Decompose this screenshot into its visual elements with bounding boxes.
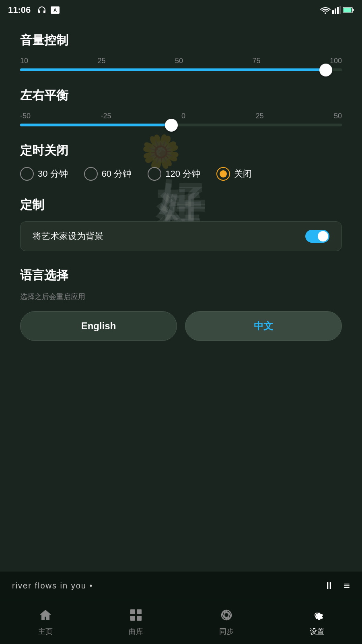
timer-option-120[interactable]: 120 分钟: [148, 167, 200, 181]
home-icon: [38, 608, 53, 624]
volume-labels: 10 25 50 75 100: [20, 57, 342, 65]
volume-title: 音量控制: [20, 32, 342, 49]
svg-rect-12: [130, 616, 135, 621]
artist-bg-label: 将艺术家设为背景: [33, 230, 103, 242]
sync-icon: [219, 608, 234, 624]
svg-rect-13: [137, 616, 142, 621]
battery-icon: [343, 6, 354, 14]
now-playing-text: river flows in you •: [12, 581, 93, 590]
nav-library[interactable]: 曲库: [129, 608, 143, 636]
radio-inner-off: [220, 170, 227, 178]
nav-home-label: 主页: [38, 627, 53, 636]
radio-circle-60: [84, 167, 98, 181]
language-buttons: English 中文: [20, 311, 342, 341]
svg-point-15: [224, 613, 229, 617]
wifi-icon: [320, 6, 331, 14]
timer-option-60[interactable]: 60 分钟: [84, 167, 132, 181]
balance-slider[interactable]: [20, 124, 342, 126]
timer-title: 定时关闭: [20, 142, 342, 159]
chinese-button[interactable]: 中文: [185, 311, 342, 341]
artist-bg-toggle[interactable]: [305, 230, 329, 243]
language-subtitle: 选择之后会重启应用: [20, 292, 342, 301]
svg-rect-10: [130, 609, 135, 614]
svg-point-2: [325, 12, 326, 14]
radio-label-30: 30 分钟: [38, 168, 68, 180]
timer-option-30[interactable]: 30 分钟: [20, 167, 68, 181]
text-icon: A: [51, 6, 60, 14]
pause-button[interactable]: ⏸: [324, 580, 334, 592]
nav-settings-label: 设置: [310, 627, 324, 636]
toggle-knob: [318, 231, 328, 242]
svg-rect-8: [343, 8, 352, 12]
nav-settings[interactable]: 设置: [310, 608, 324, 636]
timer-section: 定时关闭 30 分钟 60 分钟 120 分钟 关闭: [20, 142, 342, 181]
svg-rect-5: [337, 7, 339, 14]
volume-slider[interactable]: [20, 68, 342, 71]
svg-rect-11: [137, 609, 142, 614]
headphone-icon: [37, 5, 47, 15]
svg-rect-9: [353, 9, 354, 11]
status-icons-right: [320, 6, 354, 14]
customize-section: 定制 将艺术家设为背景: [20, 197, 342, 251]
status-left: 11:06 A: [8, 5, 60, 15]
time-display: 11:06: [8, 5, 31, 15]
nav-sync[interactable]: 同步: [219, 608, 234, 636]
balance-labels: -50 -25 0 25 50: [20, 112, 342, 120]
language-section: 语言选择 选择之后会重启应用 English 中文: [20, 267, 342, 341]
now-playing-controls: ⏸ ≡: [324, 580, 350, 592]
timer-radio-group: 30 分钟 60 分钟 120 分钟 关闭: [20, 167, 342, 181]
library-icon: [129, 608, 143, 624]
language-title: 语言选择: [20, 267, 342, 284]
settings-icon: [310, 608, 324, 624]
radio-label-off: 关闭: [234, 168, 252, 180]
status-bar: 11:06 A: [0, 0, 362, 20]
radio-circle-off: [216, 167, 230, 181]
nav-home[interactable]: 主页: [38, 608, 53, 636]
now-playing-bar: river flows in you • ⏸ ≡: [0, 572, 362, 600]
nav-sync-label: 同步: [219, 627, 234, 636]
svg-rect-3: [332, 10, 334, 14]
radio-circle-120: [148, 167, 161, 181]
signal-icon: [332, 6, 341, 14]
customize-title: 定制: [20, 197, 342, 213]
bottom-nav: 主页 曲库: [0, 600, 362, 644]
artist-bg-row: 将艺术家设为背景: [20, 221, 342, 251]
radio-label-60: 60 分钟: [102, 168, 132, 180]
english-button[interactable]: English: [20, 311, 177, 341]
balance-section: 左右平衡 -50 -25 0 25 50: [20, 87, 342, 126]
svg-text:A: A: [53, 8, 57, 13]
volume-section: 音量控制 10 25 50 75 100: [20, 32, 342, 71]
nav-library-label: 曲库: [129, 627, 143, 636]
svg-rect-6: [339, 6, 341, 14]
balance-title: 左右平衡: [20, 87, 342, 104]
menu-button[interactable]: ≡: [344, 580, 350, 592]
svg-rect-4: [335, 8, 336, 14]
timer-option-off[interactable]: 关闭: [216, 167, 252, 181]
radio-label-120: 120 分钟: [165, 168, 200, 180]
radio-circle-30: [20, 167, 34, 181]
